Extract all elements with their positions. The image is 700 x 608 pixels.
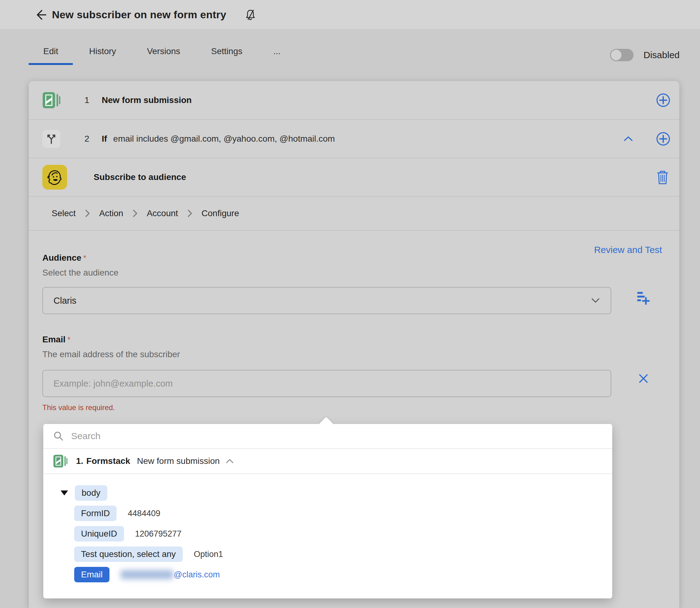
tree-field-row: FormID 4484409 <box>43 506 612 521</box>
validation-error: This value is required. <box>42 403 115 412</box>
toggle-state-label: Disabled <box>643 50 680 60</box>
field-tree: body FormID 4484409 UniqueID 1206795277 … <box>43 474 612 582</box>
field-value: 4484409 <box>128 509 160 518</box>
field-value: Option1 <box>194 550 223 559</box>
tab-versions[interactable]: Versions <box>131 46 195 65</box>
breadcrumb: Select Action Account Configure <box>29 197 679 230</box>
source-app-name: Formstack <box>86 456 130 466</box>
toggle-knob <box>611 50 621 60</box>
chevron-right-icon <box>133 209 138 217</box>
tab-bar: Edit History Versions Settings ... <box>28 46 296 65</box>
tree-root-row[interactable]: body <box>43 485 612 501</box>
top-header-bar: New subscriber on new form entry <box>0 0 700 30</box>
flow-step-1[interactable]: 1 New form submission <box>29 81 679 119</box>
field-value: 1206795277 <box>135 529 181 539</box>
tree-field-row: UniqueID 1206795277 <box>43 526 612 542</box>
formstack-icon <box>42 91 60 109</box>
step-title: New form submission <box>102 95 192 105</box>
email-label: Email* <box>42 335 71 344</box>
breadcrumb-account[interactable]: Account <box>147 208 178 218</box>
formstack-icon <box>53 454 67 468</box>
audience-select[interactable]: Claris <box>42 287 611 314</box>
chevron-right-icon <box>187 209 192 217</box>
notifications-off-icon[interactable] <box>244 9 257 21</box>
field-chip-test-question[interactable]: Test question, select any <box>74 547 183 562</box>
breadcrumb-action[interactable]: Action <box>99 208 123 218</box>
tree-root-chip[interactable]: body <box>75 485 107 501</box>
source-step-number: 1. <box>76 456 83 466</box>
branch-if-icon <box>42 130 60 148</box>
field-picker-panel: 1. Formstack New form submission body Fo… <box>43 424 612 598</box>
field-chip-email[interactable]: Email <box>74 567 110 582</box>
enable-toggle-group: Disabled <box>610 49 680 61</box>
chevron-up-icon[interactable] <box>623 135 634 142</box>
page-title: New subscriber on new form entry <box>52 9 226 21</box>
field-chip-formid[interactable]: FormID <box>74 506 117 521</box>
chevron-right-icon <box>85 209 90 217</box>
flow-step-2[interactable]: 2 If email includes @gmail.com, @yahoo.c… <box>29 120 679 158</box>
back-arrow-icon[interactable] <box>33 8 47 22</box>
trash-icon[interactable] <box>656 169 669 185</box>
required-asterisk: * <box>83 253 86 263</box>
tree-field-row: Test question, select any Option1 <box>43 547 612 562</box>
source-event-name: New form submission <box>137 456 220 466</box>
field-value-email: @claris.com <box>121 570 220 580</box>
tab-history[interactable]: History <box>74 46 131 65</box>
picker-search-input[interactable] <box>71 431 612 441</box>
picker-search-row <box>43 424 612 449</box>
if-condition: email includes @gmail.com, @yahoo.com, @… <box>113 134 335 144</box>
required-asterisk: * <box>67 335 71 344</box>
action-title: Subscribe to audience <box>94 172 186 182</box>
tree-field-row: Email @claris.com <box>43 567 612 582</box>
insert-list-item-icon[interactable] <box>635 290 651 305</box>
email-input[interactable] <box>42 370 611 397</box>
configure-section: Review and Test Audience* Select the aud… <box>29 231 679 608</box>
add-step-icon[interactable] <box>656 93 670 108</box>
step-number: 2 <box>83 134 91 144</box>
field-chip-uniqueid[interactable]: UniqueID <box>74 526 124 542</box>
add-step-icon[interactable] <box>656 131 670 146</box>
breadcrumb-configure[interactable]: Configure <box>201 208 239 218</box>
step-number: 1 <box>83 95 91 105</box>
picker-source-row[interactable]: 1. Formstack New form submission <box>43 449 612 474</box>
audience-helper: Select the audience <box>42 268 118 278</box>
clear-x-icon[interactable] <box>637 372 649 385</box>
tab-more[interactable]: ... <box>258 46 296 65</box>
audience-selected-value: Claris <box>54 296 76 306</box>
redacted-email-blob <box>121 570 173 579</box>
enabled-toggle[interactable] <box>610 49 634 61</box>
chevron-down-icon <box>591 298 600 304</box>
tab-edit[interactable]: Edit <box>28 46 74 65</box>
flow-action-row[interactable]: Subscribe to audience <box>29 158 679 196</box>
search-icon <box>53 431 64 441</box>
triangle-down-icon[interactable] <box>61 491 68 495</box>
if-keyword: If <box>102 134 107 144</box>
audience-label: Audience* <box>42 253 86 263</box>
mailchimp-icon <box>42 165 67 190</box>
chevron-up-icon[interactable] <box>226 458 234 464</box>
flow-card: 1 New form submission 2 If email include… <box>29 81 679 608</box>
email-helper: The email address of the subscriber <box>42 349 180 359</box>
review-and-test-link[interactable]: Review and Test <box>594 245 662 255</box>
tab-settings[interactable]: Settings <box>196 46 258 65</box>
email-domain-suffix: @claris.com <box>174 570 220 580</box>
email-label-text: Email <box>42 335 65 344</box>
breadcrumb-select[interactable]: Select <box>52 208 76 218</box>
audience-label-text: Audience <box>42 253 81 263</box>
